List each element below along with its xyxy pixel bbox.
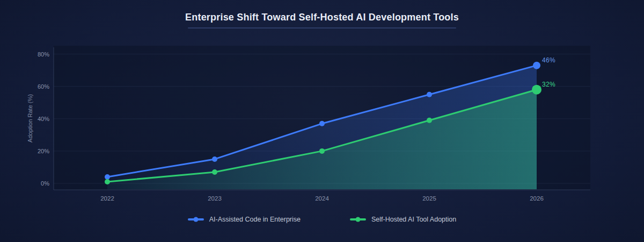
y-tick-label: 20%	[0, 148, 49, 154]
x-tick-label: 2026	[530, 195, 544, 202]
legend-item-ai-assisted[interactable]: AI-Assisted Code in Enterprise	[188, 216, 301, 223]
x-tick-label: 2023	[208, 195, 222, 202]
dashboard-panel: Enterprise Shift Toward Self-Hosted AI D…	[0, 0, 644, 242]
y-tick-label: 80%	[0, 51, 49, 58]
end-value-label-green: 32%	[542, 81, 555, 88]
legend-item-self-hosted[interactable]: Self-Hosted AI Tool Adoption	[350, 216, 456, 223]
end-value-label-blue: 46%	[542, 56, 555, 64]
legend-marker-line-dot-icon	[350, 217, 366, 222]
x-tick-label: 2024	[315, 195, 329, 202]
y-tick-label: 60%	[0, 83, 49, 90]
x-tick-label: 2022	[100, 195, 114, 202]
legend-label: AI-Assisted Code in Enterprise	[209, 216, 301, 223]
legend-label: Self-Hosted AI Tool Adoption	[371, 216, 456, 223]
chart-canvas	[0, 0, 644, 242]
x-tick-label: 2025	[422, 195, 436, 202]
chart-legend: AI-Assisted Code in Enterprise Self-Host…	[0, 216, 644, 223]
y-tick-label: 0%	[0, 180, 49, 187]
legend-marker-line-dot-icon	[188, 217, 204, 222]
y-tick-label: 40%	[0, 116, 49, 122]
